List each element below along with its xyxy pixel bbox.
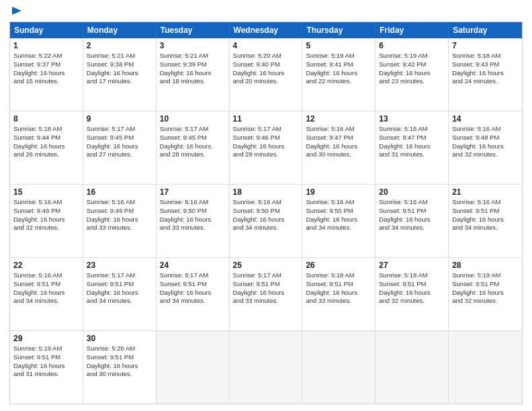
header-friday: Friday [375,22,449,38]
calendar-cell: 5Sunrise: 5:19 AMSunset: 9:41 PMDaylight… [302,38,375,111]
day-number: 8 [13,114,79,124]
day-info: Sunrise: 5:18 AMSunset: 9:51 PMDaylight:… [379,271,445,306]
day-number: 5 [306,41,371,50]
day-number: 4 [233,41,299,50]
calendar-cell: 16Sunrise: 5:16 AMSunset: 9:49 PMDayligh… [83,185,157,257]
day-info: Sunrise: 5:16 AMSunset: 9:50 PMDaylight:… [160,198,226,232]
day-number: 1 [13,41,79,50]
calendar-cell [230,331,303,404]
header-thursday: Thursday [302,22,375,38]
day-info: Sunrise: 5:16 AMSunset: 9:47 PMDaylight:… [306,125,371,159]
calendar: Sunday Monday Tuesday Wednesday Thursday… [9,21,523,404]
calendar-cell: 19Sunrise: 5:16 AMSunset: 9:50 PMDayligh… [302,185,375,257]
calendar-cell: 27Sunrise: 5:18 AMSunset: 9:51 PMDayligh… [375,258,449,330]
day-info: Sunrise: 5:16 AMSunset: 9:48 PMDaylight:… [452,125,519,159]
calendar-cell: 24Sunrise: 5:17 AMSunset: 9:51 PMDayligh… [157,258,230,330]
day-number: 2 [87,41,152,50]
day-number: 30 [87,334,152,343]
day-number: 23 [87,261,152,270]
day-info: Sunrise: 5:17 AMSunset: 9:45 PMDaylight:… [87,125,152,159]
calendar-cell: 3Sunrise: 5:21 AMSunset: 9:39 PMDaylight… [157,38,230,111]
calendar-cell [375,331,449,404]
day-info: Sunrise: 5:16 AMSunset: 9:51 PMDaylight:… [13,271,79,306]
day-info: Sunrise: 5:19 AMSunset: 9:41 PMDaylight:… [306,52,371,86]
calendar-cell: 17Sunrise: 5:16 AMSunset: 9:50 PMDayligh… [157,185,230,257]
calendar-cell: 22Sunrise: 5:16 AMSunset: 9:51 PMDayligh… [10,258,83,330]
day-info: Sunrise: 5:16 AMSunset: 9:49 PMDaylight:… [87,198,152,232]
day-number: 28 [452,261,519,270]
day-info: Sunrise: 5:18 AMSunset: 9:44 PMDaylight:… [13,125,79,159]
day-number: 16 [87,187,152,197]
day-info: Sunrise: 5:20 AMSunset: 9:51 PMDaylight:… [87,345,152,379]
day-number: 22 [13,261,79,270]
calendar-cell: 28Sunrise: 5:19 AMSunset: 9:51 PMDayligh… [449,258,522,330]
day-info: Sunrise: 5:17 AMSunset: 9:51 PMDaylight:… [233,271,299,306]
svg-marker-0 [12,7,21,15]
day-info: Sunrise: 5:17 AMSunset: 9:46 PMDaylight:… [233,125,299,159]
calendar-cell [157,331,230,404]
day-number: 26 [306,261,371,270]
day-info: Sunrise: 5:18 AMSunset: 9:51 PMDaylight:… [306,271,371,306]
calendar-body: 1Sunrise: 5:22 AMSunset: 9:37 PMDaylight… [10,38,522,404]
day-number: 12 [306,114,371,124]
day-number: 17 [160,187,226,197]
calendar-cell: 15Sunrise: 5:16 AMSunset: 9:49 PMDayligh… [10,185,83,257]
calendar-cell: 2Sunrise: 5:21 AMSunset: 9:38 PMDaylight… [83,38,157,111]
day-number: 15 [13,187,79,197]
day-number: 18 [233,187,299,197]
day-number: 24 [160,261,226,270]
day-info: Sunrise: 5:16 AMSunset: 9:47 PMDaylight:… [379,125,445,159]
day-info: Sunrise: 5:16 AMSunset: 9:49 PMDaylight:… [13,198,79,232]
day-number: 13 [379,114,445,124]
day-number: 27 [379,261,445,270]
calendar-cell: 6Sunrise: 5:19 AMSunset: 9:42 PMDaylight… [375,38,449,111]
day-info: Sunrise: 5:17 AMSunset: 9:51 PMDaylight:… [87,271,152,306]
day-info: Sunrise: 5:17 AMSunset: 9:45 PMDaylight:… [160,125,226,159]
day-info: Sunrise: 5:16 AMSunset: 9:50 PMDaylight:… [306,198,371,232]
day-number: 20 [379,187,445,197]
calendar-row: 29Sunrise: 5:19 AMSunset: 9:51 PMDayligh… [10,331,522,404]
logo [9,7,23,16]
page: Sunday Monday Tuesday Wednesday Thursday… [0,0,532,411]
logo-icon [11,5,23,20]
day-number: 29 [13,334,79,343]
day-info: Sunrise: 5:19 AMSunset: 9:42 PMDaylight:… [379,52,445,86]
day-number: 11 [233,114,299,124]
calendar-row: 1Sunrise: 5:22 AMSunset: 9:37 PMDaylight… [10,38,522,111]
calendar-cell: 1Sunrise: 5:22 AMSunset: 9:37 PMDaylight… [10,38,83,111]
header-wednesday: Wednesday [230,22,303,38]
calendar-cell: 10Sunrise: 5:17 AMSunset: 9:45 PMDayligh… [157,111,230,184]
header-tuesday: Tuesday [157,22,230,38]
day-number: 14 [452,114,519,124]
day-number: 7 [452,41,519,50]
calendar-cell [449,331,522,404]
day-number: 19 [306,187,371,197]
day-info: Sunrise: 5:22 AMSunset: 9:37 PMDaylight:… [13,52,79,86]
day-info: Sunrise: 5:21 AMSunset: 9:39 PMDaylight:… [160,52,226,86]
calendar-cell: 18Sunrise: 5:16 AMSunset: 9:50 PMDayligh… [230,185,303,257]
calendar-cell: 30Sunrise: 5:20 AMSunset: 9:51 PMDayligh… [83,331,157,404]
calendar-cell: 7Sunrise: 5:18 AMSunset: 9:43 PMDaylight… [449,38,522,111]
day-info: Sunrise: 5:21 AMSunset: 9:38 PMDaylight:… [87,52,152,86]
day-info: Sunrise: 5:16 AMSunset: 9:51 PMDaylight:… [452,198,519,232]
calendar-cell: 11Sunrise: 5:17 AMSunset: 9:46 PMDayligh… [230,111,303,184]
calendar-row: 8Sunrise: 5:18 AMSunset: 9:44 PMDaylight… [10,111,522,185]
calendar-cell: 23Sunrise: 5:17 AMSunset: 9:51 PMDayligh… [83,258,157,330]
day-number: 6 [379,41,445,50]
day-number: 21 [452,187,519,197]
header-sunday: Sunday [10,22,83,38]
calendar-cell: 25Sunrise: 5:17 AMSunset: 9:51 PMDayligh… [230,258,303,330]
day-number: 3 [160,41,226,50]
calendar-cell: 21Sunrise: 5:16 AMSunset: 9:51 PMDayligh… [449,185,522,257]
calendar-cell: 9Sunrise: 5:17 AMSunset: 9:45 PMDaylight… [83,111,157,184]
day-info: Sunrise: 5:17 AMSunset: 9:51 PMDaylight:… [160,271,226,306]
calendar-cell: 29Sunrise: 5:19 AMSunset: 9:51 PMDayligh… [10,331,83,404]
day-info: Sunrise: 5:16 AMSunset: 9:50 PMDaylight:… [233,198,299,232]
day-info: Sunrise: 5:19 AMSunset: 9:51 PMDaylight:… [452,271,519,306]
calendar-cell: 4Sunrise: 5:20 AMSunset: 9:40 PMDaylight… [230,38,303,111]
day-info: Sunrise: 5:20 AMSunset: 9:40 PMDaylight:… [233,52,299,86]
calendar-cell: 26Sunrise: 5:18 AMSunset: 9:51 PMDayligh… [302,258,375,330]
calendar-row: 15Sunrise: 5:16 AMSunset: 9:49 PMDayligh… [10,185,522,258]
day-number: 9 [87,114,152,124]
day-info: Sunrise: 5:19 AMSunset: 9:51 PMDaylight:… [13,345,79,379]
